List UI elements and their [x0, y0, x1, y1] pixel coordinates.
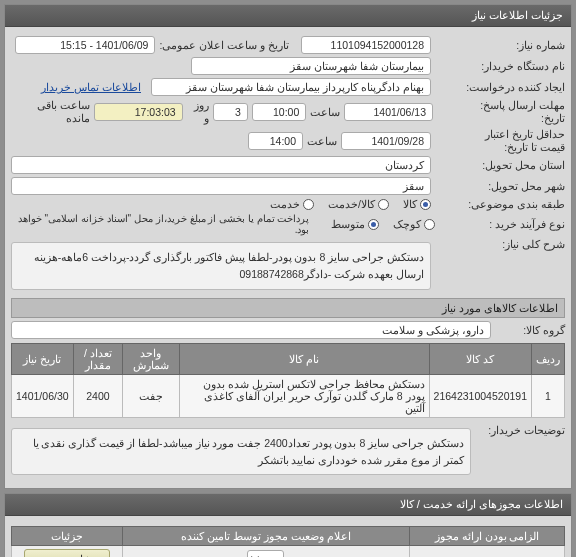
radio-goods[interactable]: کالا: [403, 198, 431, 210]
buyer-label: نام دستگاه خریدار:: [435, 60, 565, 72]
cell-unit: جفت: [123, 374, 179, 417]
row-classification: طبقه بندی موضوعی: کالا کالا/خدمت خدمت: [11, 198, 565, 210]
row-goods-group: گروه کالا: دارو، پزشکی و سلامت: [11, 321, 565, 339]
radio-dot-icon: [424, 219, 435, 230]
row-province: استان محل تحویل: کردستان: [11, 156, 565, 174]
proc-label: نوع فرآیند خرید :: [439, 218, 565, 230]
radio-small-label: کوچک: [393, 218, 421, 230]
contact-link[interactable]: اطلاعات تماس خریدار: [41, 81, 141, 93]
col-unit: واحد شمارش: [123, 343, 179, 374]
row-buyer: نام دستگاه خریدار: بیمارستان شفا شهرستان…: [11, 57, 565, 75]
cell-name: دستکش محافظ جراحی لاتکس استریل شده بدون …: [179, 374, 429, 417]
radio-gs-label: کالا/خدمت: [328, 198, 375, 210]
cell-status: --: [122, 546, 410, 557]
pub-date-value: 1401/06/09 - 15:15: [15, 36, 155, 54]
table-header-row: الزامی بودن ارائه مجوز اعلام وضعیت مجوز …: [12, 527, 565, 546]
table-row: 1 2164231004520191 دستکش محافظ جراحی لات…: [12, 374, 565, 417]
radio-service[interactable]: خدمت: [270, 198, 314, 210]
radio-goods-service[interactable]: کالا/خدمت: [328, 198, 389, 210]
min-validity-label: حداقل تاریخ اعتبار قیمت تا تاریخ:: [435, 128, 565, 153]
radio-dot-icon: [303, 199, 314, 210]
radio-small[interactable]: کوچک: [393, 218, 435, 230]
items-header: اطلاعات کالاهای مورد نیاز: [11, 298, 565, 318]
deadline-label: مهلت ارسال پاسخ: تاریخ:: [437, 99, 565, 124]
remaining-days: 3: [213, 103, 248, 121]
row-need-no: شماره نیاز: 1101094152000128 تاریخ و ساع…: [11, 36, 565, 54]
radio-dot-icon: [378, 199, 389, 210]
permits-panel: اطلاعات مجوزهای ارائه خدمت / کالا الزامی…: [4, 493, 572, 557]
city-label: شهر محل تحویل:: [435, 180, 565, 192]
radio-goods-label: کالا: [403, 198, 417, 210]
cell-code: 2164231004520191: [429, 374, 531, 417]
row-creator: ایجاد کننده درخواست: بهنام دادگرپناه کار…: [11, 78, 565, 96]
need-no-value: 1101094152000128: [301, 36, 431, 54]
buyer-value: بیمارستان شفا شهرستان سقز: [191, 57, 431, 75]
col-name: نام کالا: [179, 343, 429, 374]
min-hour-label: ساعت: [307, 135, 337, 147]
deadline-label-2: تاریخ:: [541, 112, 565, 124]
payment-note: پرداخت تمام یا بخشی از مبلغ خرید،از محل …: [11, 213, 309, 235]
need-no-label: شماره نیاز:: [435, 39, 565, 51]
table-header-row: ردیف کد کالا نام کالا واحد شمارش تعداد /…: [12, 343, 565, 374]
buyer-notes-label: توضیحات خریدار:: [475, 424, 565, 436]
row-buyer-notes: توضیحات خریدار: دستکش جراحی سایز 8 بدون …: [11, 424, 565, 480]
row-min-validity: حداقل تاریخ اعتبار قیمت تا تاریخ: 1401/0…: [11, 128, 565, 153]
radio-service-label: خدمت: [270, 198, 300, 210]
col-row: ردیف: [532, 343, 565, 374]
col-date: تاریخ نیاز: [12, 343, 74, 374]
col-qty: تعداد / مقدار: [73, 343, 123, 374]
items-table: ردیف کد کالا نام کالا واحد شمارش تعداد /…: [11, 343, 565, 418]
permits-table: الزامی بودن ارائه مجوز اعلام وضعیت مجوز …: [11, 526, 565, 557]
days-label: روز و: [187, 99, 210, 125]
radio-dot-icon: [420, 199, 431, 210]
radio-dot-icon: [368, 219, 379, 230]
radio-medium-label: متوسط: [331, 218, 365, 230]
row-city: شهر محل تحویل: سقز: [11, 177, 565, 195]
row-proc-type: نوع فرآیند خرید : کوچک متوسط پرداخت تمام…: [11, 213, 565, 235]
remain-label: ساعت باقی مانده: [11, 99, 90, 125]
panel-title: جزئیات اطلاعات نیاز: [5, 5, 571, 27]
cell-qty: 2400: [73, 374, 123, 417]
cell-idx: 1: [532, 374, 565, 417]
class-label: طبقه بندی موضوعی:: [435, 198, 565, 210]
province-label: استان محل تحویل:: [435, 159, 565, 171]
cell-mandatory: --: [410, 546, 565, 557]
col-mandatory: الزامی بودن ارائه مجوز: [410, 527, 565, 546]
radio-medium[interactable]: متوسط: [331, 218, 379, 230]
deadline-hour-label: ساعت: [310, 106, 340, 118]
col-supplier-status: اعلام وضعیت مجوز توسط تامین کننده: [122, 527, 410, 546]
cell-details: مشاهده مجوز: [12, 546, 123, 557]
group-value: دارو، پزشکی و سلامت: [11, 321, 491, 339]
permits-header: اطلاعات مجوزهای ارائه خدمت / کالا: [5, 494, 571, 516]
province-value: کردستان: [11, 156, 431, 174]
cell-date: 1401/06/30: [12, 374, 74, 417]
need-details-panel: جزئیات اطلاعات نیاز شماره نیاز: 11010941…: [4, 4, 572, 489]
col-details: جزئیات: [12, 527, 123, 546]
desc-text: دستکش جراحی سایز 8 بدون پودر-لطفا پیش فا…: [11, 242, 431, 290]
min-label-2: قیمت تا تاریخ:: [504, 141, 565, 153]
desc-label: شرح کلی نیاز:: [435, 238, 565, 250]
view-permit-button[interactable]: مشاهده مجوز: [24, 549, 110, 557]
row-deadline: مهلت ارسال پاسخ: تاریخ: 1401/06/13 ساعت …: [11, 99, 565, 125]
min-label-1: حداقل تاریخ اعتبار: [485, 128, 565, 140]
remaining-time: 17:03:03: [94, 103, 183, 121]
deadline-date: 1401/06/13: [344, 103, 433, 121]
city-value: سقز: [11, 177, 431, 195]
creator-value: بهنام دادگرپناه کارپرداز بیمارستان شفا ش…: [151, 78, 431, 96]
creator-label: ایجاد کننده درخواست:: [435, 81, 565, 93]
deadline-label-1: مهلت ارسال پاسخ:: [480, 99, 565, 111]
table-row: -- -- مشاهده مجوز: [12, 546, 565, 557]
min-date: 1401/09/28: [341, 132, 431, 150]
status-select[interactable]: --: [247, 550, 284, 557]
group-label: گروه کالا:: [495, 324, 565, 336]
pub-date-label: تاریخ و ساعت اعلان عمومی:: [159, 39, 289, 51]
min-hour: 14:00: [248, 132, 303, 150]
deadline-hour: 10:00: [252, 103, 306, 121]
row-description: شرح کلی نیاز: دستکش جراحی سایز 8 بدون پو…: [11, 238, 565, 294]
col-code: کد کالا: [429, 343, 531, 374]
buyer-notes: دستکش جراحی سایز 8 بدون پودر تعداد2400 ج…: [11, 428, 471, 476]
